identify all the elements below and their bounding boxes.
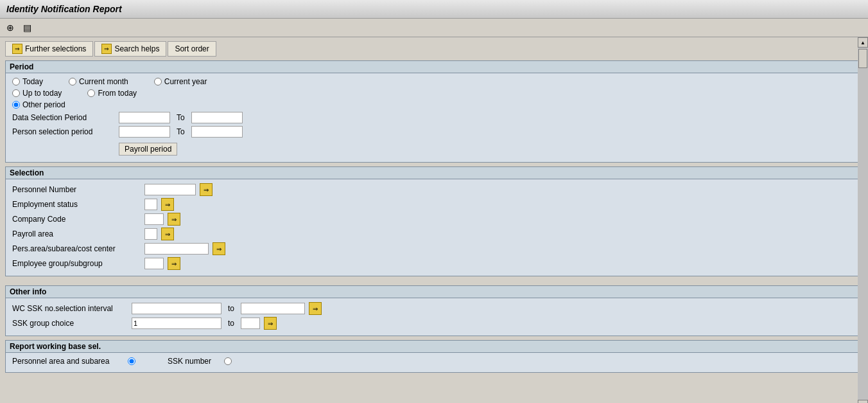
period-row-2: Up to today From today (12, 89, 856, 98)
data-selection-period-row: Data Selection Period To (12, 112, 856, 123)
radio-today-label: Today (22, 77, 43, 86)
radio-other-period-input[interactable] (12, 101, 20, 109)
employee-group-arrow[interactable]: ⇒ (168, 257, 180, 270)
personnel-number-input[interactable] (144, 184, 196, 195)
tab-further-selections-label: Further selections (25, 44, 86, 53)
data-selection-period-to-label: To (177, 113, 185, 122)
payroll-area-input[interactable] (144, 228, 157, 240)
data-selection-period-from[interactable] (119, 112, 170, 123)
scrollbar[interactable]: ▲ ▼ (858, 37, 868, 403)
period-section-title: Period (6, 61, 862, 73)
employee-group-label: Employee group/subgroup (12, 259, 141, 268)
selection-section-title: Selection (6, 167, 862, 179)
report-working-base-body: Personnel area and subarea SSK number (6, 353, 862, 372)
other-info-section: Other info WC SSK no.selection interval … (5, 285, 863, 336)
wc-ssk-to[interactable] (241, 303, 305, 314)
tab-search-helps-label: Search helps (114, 44, 159, 53)
scroll-down[interactable]: ▼ (858, 400, 868, 403)
radio-up-to-today: Up to today (12, 89, 62, 98)
pers-area-label: Pers.area/subarea/cost center (12, 244, 141, 253)
radio-current-year-input[interactable] (154, 78, 162, 85)
wc-ssk-from[interactable] (132, 303, 221, 314)
search-helps-arrow: ⇒ (101, 44, 112, 54)
selection-section: Selection Personnel Number ⇒ Employment … (5, 166, 863, 276)
selection-row-employment-status: Employment status ⇒ (12, 198, 856, 211)
radio-current-year: Current year (154, 77, 207, 86)
resize-icon[interactable]: ▤ (21, 21, 33, 34)
selection-row-company-code: Company Code ⇒ (12, 213, 856, 226)
report-working-base-section: Report working base sel. Personnel area … (5, 340, 863, 373)
data-selection-period-to[interactable] (191, 112, 243, 123)
other-info-title: Other info (6, 286, 862, 298)
data-selection-period-label: Data Selection Period (12, 113, 115, 122)
ssk-group-to[interactable] (241, 318, 260, 329)
spacer (5, 280, 863, 285)
wc-ssk-to-label: to (228, 304, 234, 313)
tab-further-selections[interactable]: ⇒ Further selections (5, 41, 93, 57)
radio-current-month-label: Current month (79, 77, 128, 86)
title-bar: Identity Notification Report (0, 0, 868, 19)
period-section-body: Today Current month Current year Up to t… (6, 73, 862, 162)
employment-status-input[interactable] (144, 199, 157, 210)
employment-status-label: Employment status (12, 200, 141, 209)
selection-row-employee-group: Employee group/subgroup ⇒ (12, 257, 856, 270)
payroll-area-label: Payroll area (12, 229, 141, 238)
company-code-arrow[interactable]: ⇒ (168, 213, 180, 226)
selection-row-pers-area: Pers.area/subarea/cost center ⇒ (12, 242, 856, 255)
scroll-thumb[interactable] (858, 49, 867, 68)
wc-ssk-label: WC SSK no.selection interval (12, 304, 128, 313)
radio-up-to-today-input[interactable] (12, 89, 20, 97)
ssk-group-row: SSK group choice to ⇒ (12, 317, 856, 330)
wc-ssk-row: WC SSK no.selection interval to ⇒ (12, 302, 856, 315)
selection-row-personnel-number: Personnel Number ⇒ (12, 183, 856, 196)
tab-search-helps[interactable]: ⇒ Search helps (94, 41, 166, 57)
wc-ssk-arrow[interactable]: ⇒ (309, 302, 322, 315)
radio-today-input[interactable] (12, 78, 20, 85)
radio-current-year-label: Current year (164, 77, 207, 86)
payroll-period-button[interactable]: Payroll period (119, 143, 177, 156)
selection-row-payroll-area: Payroll area ⇒ (12, 228, 856, 240)
tab-sort-order-label: Sort order (175, 44, 209, 53)
radio-from-today-input[interactable] (87, 89, 95, 97)
personnel-area-subarea-label: Personnel area and subarea (12, 357, 115, 366)
toolbar: ⊕ ▤ © www.tutorialkart.com (0, 19, 868, 37)
radio-other-period: Other period (12, 100, 65, 109)
tab-sort-order[interactable]: Sort order (168, 41, 216, 57)
period-row-3: Other period (12, 100, 856, 109)
payroll-area-arrow[interactable]: ⇒ (161, 228, 174, 240)
pers-area-arrow[interactable]: ⇒ (213, 242, 225, 255)
employee-group-input[interactable] (144, 258, 164, 269)
person-selection-period-from[interactable] (119, 126, 170, 138)
pers-area-input[interactable] (144, 243, 209, 255)
main-content: ▲ ▼ ⇒ Further selections ⇒ Search helps … (0, 37, 868, 403)
ssk-group-arrow[interactable]: ⇒ (264, 317, 277, 330)
personnel-number-arrow[interactable]: ⇒ (200, 183, 213, 196)
ssk-group-to-label: to (228, 319, 234, 328)
ssk-number-radio[interactable] (224, 357, 232, 365)
other-info-body: WC SSK no.selection interval to ⇒ SSK gr… (6, 298, 862, 336)
app-title: Identity Notification Report (6, 4, 122, 14)
ssk-group-from[interactable] (132, 318, 221, 329)
selection-section-body: Personnel Number ⇒ Employment status ⇒ C… (6, 179, 862, 276)
company-code-label: Company Code (12, 215, 141, 224)
radio-other-period-label: Other period (22, 100, 65, 109)
period-row-1: Today Current month Current year (12, 77, 856, 86)
report-working-base-row: Personnel area and subarea SSK number (12, 357, 856, 366)
further-selections-arrow: ⇒ (12, 44, 22, 54)
ssk-group-label: SSK group choice (12, 319, 128, 328)
person-selection-period-to[interactable] (191, 126, 243, 138)
person-selection-period-row: Person selection period To (12, 126, 856, 138)
radio-current-month-input[interactable] (69, 78, 76, 85)
person-selection-period-to-label: To (177, 127, 185, 136)
company-code-input[interactable] (144, 213, 164, 225)
radio-from-today: From today (87, 89, 137, 98)
scroll-up[interactable]: ▲ (858, 37, 868, 48)
personnel-number-label: Personnel Number (12, 185, 141, 194)
radio-from-today-label: From today (98, 89, 137, 98)
navigate-icon[interactable]: ⊕ (4, 21, 17, 34)
employment-status-arrow[interactable]: ⇒ (161, 198, 174, 211)
ssk-number-label: SSK number (168, 357, 211, 366)
payroll-period-row: Payroll period (12, 140, 856, 156)
radio-up-to-today-label: Up to today (22, 89, 62, 98)
personnel-area-subarea-radio[interactable] (128, 357, 135, 365)
